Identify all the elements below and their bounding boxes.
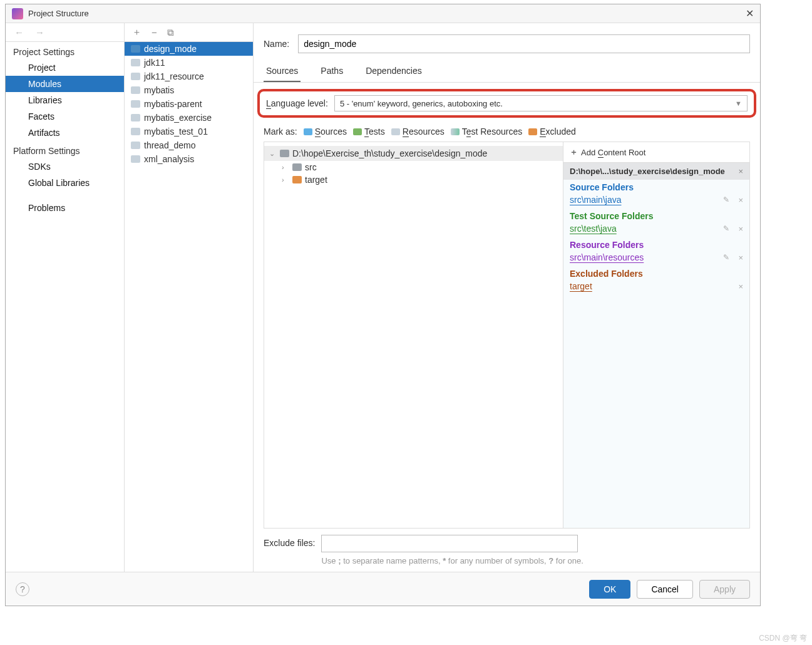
forward-icon[interactable]: → bbox=[35, 27, 44, 38]
folder-icon bbox=[391, 128, 400, 135]
module-item[interactable]: jdk11 bbox=[125, 56, 253, 70]
chevron-right-icon: › bbox=[282, 176, 289, 183]
excluded-folders-title: Excluded Folders bbox=[570, 269, 743, 279]
nav-problems[interactable]: Problems bbox=[6, 200, 124, 216]
folder-icon bbox=[131, 45, 140, 53]
left-sidebar: ← → Project Settings Project Modules Lib… bbox=[6, 23, 125, 572]
module-item[interactable]: mybatis bbox=[125, 83, 253, 97]
folder-icon bbox=[292, 176, 302, 183]
exclude-files-input[interactable] bbox=[321, 535, 578, 552]
module-item[interactable]: design_mode bbox=[125, 42, 253, 56]
chevron-down-icon: ⌄ bbox=[269, 150, 277, 158]
folder-icon bbox=[131, 59, 140, 66]
pencil-icon[interactable]: ✎ bbox=[723, 195, 729, 204]
folder-item[interactable]: target× bbox=[563, 280, 749, 295]
folder-icon bbox=[280, 150, 289, 157]
tree-item-src[interactable]: › src bbox=[264, 161, 563, 173]
folder-icon bbox=[131, 100, 140, 108]
module-name-input[interactable] bbox=[298, 34, 750, 53]
pencil-icon[interactable]: ✎ bbox=[723, 253, 729, 262]
tab-paths[interactable]: Paths bbox=[318, 61, 346, 82]
module-item[interactable]: mybatis-parent bbox=[125, 97, 253, 111]
folder-item[interactable]: src\test\java✎× bbox=[563, 222, 749, 237]
modules-toolbar: ＋ − ⧉ bbox=[125, 23, 253, 42]
apply-button[interactable]: Apply bbox=[699, 580, 750, 599]
module-item[interactable]: xml_analysis bbox=[125, 152, 253, 166]
folder-icon bbox=[131, 114, 140, 121]
folder-icon bbox=[131, 86, 140, 94]
module-list: design_mode jdk11 jdk11_resource mybatis… bbox=[125, 42, 253, 572]
module-item[interactable]: mybatis_test_01 bbox=[125, 125, 253, 138]
source-tree: ⌄ D:\hope\Exercise_th\study_exercise\des… bbox=[264, 142, 563, 528]
mark-resources[interactable]: Resources bbox=[391, 126, 445, 137]
folder-icon bbox=[451, 128, 460, 135]
folder-icon bbox=[528, 128, 537, 135]
titlebar: Project Structure ✕ bbox=[6, 4, 760, 23]
section-platform-settings: Platform Settings bbox=[6, 141, 124, 158]
remove-icon[interactable]: − bbox=[152, 27, 157, 38]
mark-test-resources[interactable]: Test Resources bbox=[451, 126, 523, 137]
tab-dependencies[interactable]: Dependencies bbox=[363, 61, 424, 82]
nav-history: ← → bbox=[6, 23, 124, 42]
module-item[interactable]: mybatis_exercise bbox=[125, 111, 253, 125]
chevron-down-icon: ▼ bbox=[735, 100, 742, 107]
copy-icon[interactable]: ⧉ bbox=[167, 27, 174, 38]
tree-root[interactable]: ⌄ D:\hope\Exercise_th\study_exercise\des… bbox=[264, 146, 563, 161]
add-content-root[interactable]: ＋ Add Content Root bbox=[563, 142, 749, 163]
language-level-highlight: Language level: 5 - 'enum' keyword, gene… bbox=[257, 89, 756, 118]
folder-icon bbox=[131, 73, 140, 80]
close-icon[interactable]: × bbox=[738, 167, 743, 176]
module-item[interactable]: jdk11_resource bbox=[125, 70, 253, 83]
language-level-select[interactable]: 5 - 'enum' keyword, generics, autoboxing… bbox=[334, 95, 748, 111]
nav-libraries[interactable]: Libraries bbox=[6, 92, 124, 108]
module-item[interactable]: thread_demo bbox=[125, 138, 253, 152]
modules-panel: ＋ − ⧉ design_mode jdk11 jdk11_resource m… bbox=[125, 23, 254, 572]
close-icon[interactable]: × bbox=[738, 282, 743, 291]
folder-icon bbox=[353, 128, 362, 135]
folder-icon bbox=[131, 128, 140, 135]
language-level-label: Language level: bbox=[266, 98, 328, 108]
folder-icon bbox=[131, 155, 140, 163]
cancel-button[interactable]: Cancel bbox=[637, 580, 693, 599]
folder-icon bbox=[304, 128, 312, 135]
exclude-files-label: Exclude files: bbox=[264, 535, 315, 548]
nav-global-libraries[interactable]: Global Libraries bbox=[6, 175, 124, 191]
close-icon[interactable]: × bbox=[738, 253, 743, 262]
plus-icon: ＋ bbox=[570, 147, 578, 158]
tab-sources[interactable]: Sources bbox=[264, 61, 301, 82]
nav-artifacts[interactable]: Artifacts bbox=[6, 125, 124, 141]
nav-facets[interactable]: Facets bbox=[6, 108, 124, 125]
pencil-icon[interactable]: ✎ bbox=[723, 224, 729, 233]
mark-tests[interactable]: Tests bbox=[353, 126, 385, 137]
language-level-value: 5 - 'enum' keyword, generics, autoboxing… bbox=[340, 99, 503, 108]
section-project-settings: Project Settings bbox=[6, 42, 124, 59]
close-icon[interactable]: ✕ bbox=[746, 8, 754, 19]
name-label: Name: bbox=[264, 39, 289, 49]
add-icon[interactable]: ＋ bbox=[132, 26, 141, 38]
chevron-right-icon: › bbox=[282, 163, 289, 171]
app-logo-icon bbox=[12, 8, 23, 19]
nav-modules[interactable]: Modules bbox=[6, 76, 124, 92]
folder-item[interactable]: src\main\resources✎× bbox=[563, 251, 749, 266]
resource-folders-title: Resource Folders bbox=[570, 240, 743, 250]
mark-excluded[interactable]: Excluded bbox=[528, 126, 576, 137]
dialog-footer: ? OK Cancel Apply bbox=[6, 572, 760, 606]
back-icon[interactable]: ← bbox=[14, 27, 24, 38]
folder-icon bbox=[131, 142, 140, 149]
folder-item[interactable]: src\main\java✎× bbox=[563, 194, 749, 209]
ok-button[interactable]: OK bbox=[589, 580, 630, 599]
test-folders-title: Test Source Folders bbox=[570, 211, 743, 221]
exclude-hint: Use ; to separate name patterns, * for a… bbox=[321, 556, 583, 565]
content-root-path[interactable]: D:\hope\...\study_exercise\design_mode × bbox=[563, 163, 749, 180]
tree-item-target[interactable]: › target bbox=[264, 173, 563, 186]
project-structure-dialog: Project Structure ✕ ← → Project Settings… bbox=[5, 4, 761, 606]
nav-sdks[interactable]: SDKs bbox=[6, 158, 124, 175]
close-icon[interactable]: × bbox=[738, 224, 743, 234]
window-title: Project Structure bbox=[28, 9, 89, 18]
nav-project[interactable]: Project bbox=[6, 59, 124, 76]
module-details: Name: Sources Paths Dependencies Languag… bbox=[254, 23, 760, 572]
mark-as-label: Mark as: bbox=[264, 126, 297, 137]
mark-sources[interactable]: Sources bbox=[304, 126, 347, 137]
close-icon[interactable]: × bbox=[738, 195, 743, 205]
help-icon[interactable]: ? bbox=[16, 582, 29, 596]
